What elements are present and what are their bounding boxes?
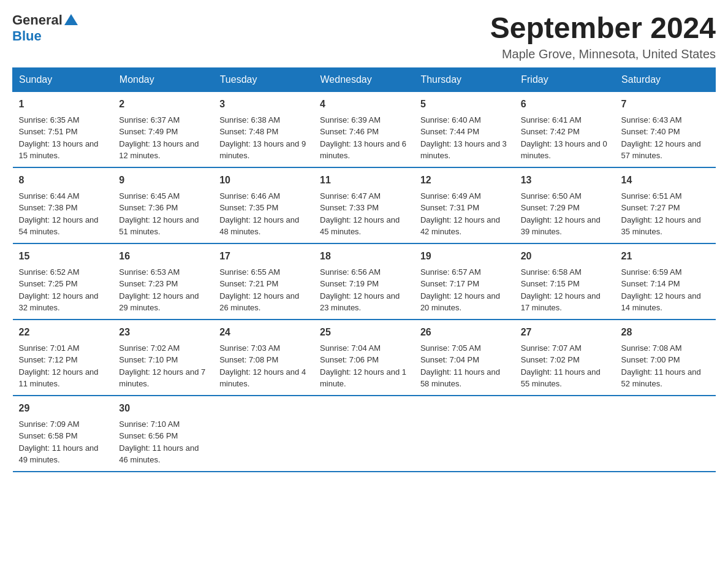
calendar-cell: 15 Sunrise: 6:52 AMSunset: 7:25 PMDaylig… [13,243,113,320]
logo: General Blue [12,12,78,44]
calendar-cell: 9 Sunrise: 6:45 AMSunset: 7:36 PMDayligh… [113,167,213,243]
calendar-cell: 5 Sunrise: 6:40 AMSunset: 7:44 PMDayligh… [414,91,515,167]
header-wednesday: Wednesday [314,67,414,91]
calendar-cell [213,396,314,472]
calendar-cell: 11 Sunrise: 6:47 AMSunset: 7:33 PMDaylig… [314,167,414,243]
day-number: 17 [219,249,308,264]
day-info: Sunrise: 6:55 AMSunset: 7:21 PMDaylight:… [219,267,299,313]
day-info: Sunrise: 6:38 AMSunset: 7:48 PMDaylight:… [219,115,306,161]
calendar-week-4: 22 Sunrise: 7:01 AMSunset: 7:12 PMDaylig… [13,320,716,396]
day-info: Sunrise: 6:39 AMSunset: 7:46 PMDaylight:… [320,115,406,161]
day-info: Sunrise: 6:37 AMSunset: 7:49 PMDaylight:… [119,115,199,161]
day-info: Sunrise: 7:02 AMSunset: 7:10 PMDaylight:… [119,343,205,389]
day-number: 28 [621,325,710,340]
day-number: 6 [521,97,609,112]
day-number: 16 [119,249,207,264]
day-number: 2 [119,97,207,112]
day-info: Sunrise: 7:03 AMSunset: 7:08 PMDaylight:… [219,343,306,389]
day-number: 22 [19,325,107,340]
header-monday: Monday [113,67,213,91]
calendar-cell: 20 Sunrise: 6:58 AMSunset: 7:15 PMDaylig… [515,243,615,320]
day-info: Sunrise: 6:35 AMSunset: 7:51 PMDaylight:… [19,115,99,161]
calendar-week-1: 1 Sunrise: 6:35 AMSunset: 7:51 PMDayligh… [13,91,716,167]
calendar-cell: 21 Sunrise: 6:59 AMSunset: 7:14 PMDaylig… [615,243,716,320]
day-number: 13 [521,173,609,188]
calendar-cell [515,396,615,472]
logo-general-text: General [12,12,63,28]
calendar-cell: 26 Sunrise: 7:05 AMSunset: 7:04 PMDaylig… [414,320,515,396]
calendar-cell: 27 Sunrise: 7:07 AMSunset: 7:02 PMDaylig… [515,320,615,396]
day-number: 10 [219,173,308,188]
day-info: Sunrise: 6:40 AMSunset: 7:44 PMDaylight:… [420,115,507,161]
day-info: Sunrise: 6:41 AMSunset: 7:42 PMDaylight:… [521,115,607,161]
title-section: September 2024 Maple Grove, Minnesota, U… [490,12,716,61]
day-number: 15 [19,249,107,264]
calendar-cell: 29 Sunrise: 7:09 AMSunset: 6:58 PMDaylig… [13,396,113,472]
day-number: 20 [521,249,609,264]
day-number: 12 [420,173,509,188]
calendar-cell: 10 Sunrise: 6:46 AMSunset: 7:35 PMDaylig… [213,167,314,243]
svg-marker-0 [64,14,78,25]
day-number: 29 [19,401,107,416]
calendar-week-2: 8 Sunrise: 6:44 AMSunset: 7:38 PMDayligh… [13,167,716,243]
day-info: Sunrise: 6:53 AMSunset: 7:23 PMDaylight:… [119,267,199,313]
header-thursday: Thursday [414,67,515,91]
calendar-cell: 4 Sunrise: 6:39 AMSunset: 7:46 PMDayligh… [314,91,414,167]
day-info: Sunrise: 6:52 AMSunset: 7:25 PMDaylight:… [19,267,99,313]
day-info: Sunrise: 6:58 AMSunset: 7:15 PMDaylight:… [521,267,601,313]
day-info: Sunrise: 7:05 AMSunset: 7:04 PMDaylight:… [420,343,500,389]
day-info: Sunrise: 6:43 AMSunset: 7:40 PMDaylight:… [621,115,701,161]
calendar-subtitle: Maple Grove, Minnesota, United States [490,47,716,61]
day-info: Sunrise: 7:08 AMSunset: 7:00 PMDaylight:… [621,343,701,389]
day-number: 25 [320,325,408,340]
day-number: 30 [119,401,207,416]
calendar-cell: 6 Sunrise: 6:41 AMSunset: 7:42 PMDayligh… [515,91,615,167]
day-info: Sunrise: 7:09 AMSunset: 6:58 PMDaylight:… [19,419,99,465]
day-number: 23 [119,325,207,340]
calendar-cell: 8 Sunrise: 6:44 AMSunset: 7:38 PMDayligh… [13,167,113,243]
day-number: 19 [420,249,509,264]
calendar-header: Sunday Monday Tuesday Wednesday Thursday… [13,67,716,91]
day-info: Sunrise: 7:04 AMSunset: 7:06 PMDaylight:… [320,343,406,389]
header-row: Sunday Monday Tuesday Wednesday Thursday… [13,67,716,91]
calendar-cell: 25 Sunrise: 7:04 AMSunset: 7:06 PMDaylig… [314,320,414,396]
calendar-cell: 14 Sunrise: 6:51 AMSunset: 7:27 PMDaylig… [615,167,716,243]
header-sunday: Sunday [13,67,113,91]
day-info: Sunrise: 6:59 AMSunset: 7:14 PMDaylight:… [621,267,701,313]
calendar-cell: 19 Sunrise: 6:57 AMSunset: 7:17 PMDaylig… [414,243,515,320]
day-info: Sunrise: 6:57 AMSunset: 7:17 PMDaylight:… [420,267,500,313]
calendar-cell: 2 Sunrise: 6:37 AMSunset: 7:49 PMDayligh… [113,91,213,167]
calendar-cell: 7 Sunrise: 6:43 AMSunset: 7:40 PMDayligh… [615,91,716,167]
calendar-cell: 30 Sunrise: 7:10 AMSunset: 6:56 PMDaylig… [113,396,213,472]
day-info: Sunrise: 6:51 AMSunset: 7:27 PMDaylight:… [621,191,701,237]
day-number: 5 [420,97,509,112]
header-saturday: Saturday [615,67,716,91]
day-number: 18 [320,249,408,264]
day-info: Sunrise: 6:44 AMSunset: 7:38 PMDaylight:… [19,191,99,237]
calendar-table: Sunday Monday Tuesday Wednesday Thursday… [12,67,716,472]
calendar-title: September 2024 [490,12,716,45]
day-number: 3 [219,97,308,112]
calendar-cell: 17 Sunrise: 6:55 AMSunset: 7:21 PMDaylig… [213,243,314,320]
day-info: Sunrise: 6:49 AMSunset: 7:31 PMDaylight:… [420,191,500,237]
day-number: 1 [19,97,107,112]
calendar-cell [414,396,515,472]
calendar-week-3: 15 Sunrise: 6:52 AMSunset: 7:25 PMDaylig… [13,243,716,320]
logo-blue-text: Blue [12,28,42,44]
day-info: Sunrise: 7:07 AMSunset: 7:02 PMDaylight:… [521,343,601,389]
day-info: Sunrise: 7:01 AMSunset: 7:12 PMDaylight:… [19,343,99,389]
day-number: 9 [119,173,207,188]
calendar-week-5: 29 Sunrise: 7:09 AMSunset: 6:58 PMDaylig… [13,396,716,472]
calendar-cell: 28 Sunrise: 7:08 AMSunset: 7:00 PMDaylig… [615,320,716,396]
calendar-cell: 22 Sunrise: 7:01 AMSunset: 7:12 PMDaylig… [13,320,113,396]
calendar-cell: 12 Sunrise: 6:49 AMSunset: 7:31 PMDaylig… [414,167,515,243]
calendar-body: 1 Sunrise: 6:35 AMSunset: 7:51 PMDayligh… [13,91,716,472]
day-number: 8 [19,173,107,188]
header-tuesday: Tuesday [213,67,314,91]
calendar-cell [615,396,716,472]
day-number: 27 [521,325,609,340]
day-number: 11 [320,173,408,188]
day-info: Sunrise: 6:47 AMSunset: 7:33 PMDaylight:… [320,191,400,237]
day-info: Sunrise: 7:10 AMSunset: 6:56 PMDaylight:… [119,419,199,465]
calendar-cell: 18 Sunrise: 6:56 AMSunset: 7:19 PMDaylig… [314,243,414,320]
